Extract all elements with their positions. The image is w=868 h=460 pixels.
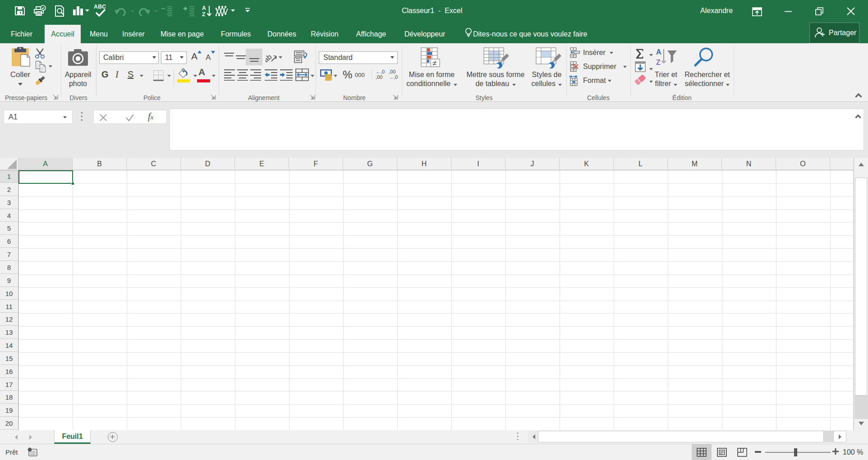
- svg-text:Z: Z: [202, 11, 205, 17]
- svg-text:≠: ≠: [432, 59, 436, 68]
- svg-text:A: A: [202, 5, 206, 11]
- svg-text:A: A: [656, 48, 661, 56]
- svg-text:Z: Z: [656, 59, 661, 66]
- svg-text:ab: ab: [266, 53, 273, 63]
